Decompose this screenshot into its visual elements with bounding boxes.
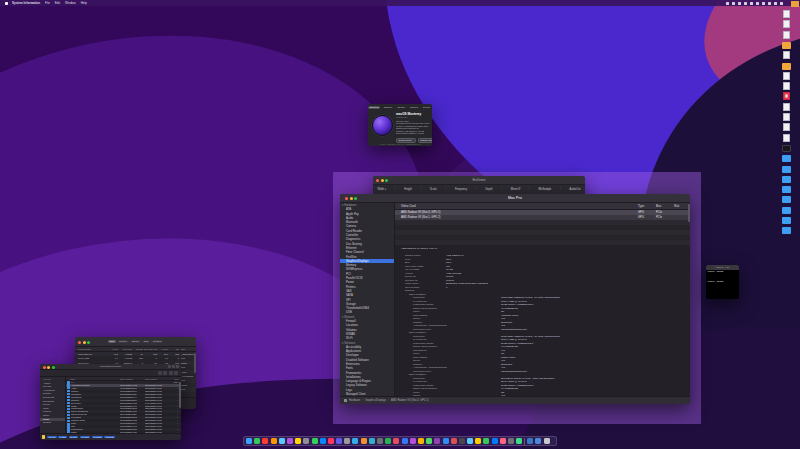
activity-column-7[interactable]: User	[179, 348, 196, 350]
activity-column-5[interactable]: % GPU	[157, 348, 168, 350]
dock-app-icon[interactable]	[295, 438, 301, 444]
scrollbar[interactable]	[194, 353, 195, 373]
dock-app-icon[interactable]	[434, 438, 440, 444]
battery-icon[interactable]	[756, 2, 759, 5]
desktop-icon-folder-blue[interactable]	[781, 206, 791, 215]
siri-icon[interactable]	[774, 2, 777, 5]
files-titlebar[interactable]: /Users/admin/Library	[40, 364, 181, 370]
dock-app-icon[interactable]	[320, 438, 326, 444]
desktop-icon-doc[interactable]	[781, 123, 791, 132]
fkey-button-f8[interactable]: F8 Delete	[104, 436, 115, 439]
desktop-icon-folder-blue[interactable]	[781, 185, 791, 194]
action-button[interactable]	[174, 371, 178, 374]
dock-app-icon[interactable]	[287, 438, 293, 444]
activity-titlebar[interactable]: CPUMemoryEnergyDiskNetwork	[75, 337, 196, 347]
desktop-icon-folder-blue[interactable]	[781, 165, 791, 174]
dock-app-icon[interactable]	[492, 438, 498, 444]
spotlight-icon[interactable]	[762, 2, 765, 5]
dock-app-icon[interactable]	[508, 438, 514, 444]
desktop-icon-folder-blue[interactable]	[781, 226, 791, 235]
desktop-icon-display[interactable]	[781, 144, 791, 153]
files-column-date-modified[interactable]: Date Modified	[120, 377, 145, 380]
menubar-item-help[interactable]: Help	[81, 1, 87, 5]
dock-app-icon[interactable]	[426, 438, 432, 444]
bluetooth-icon[interactable]	[732, 2, 735, 5]
about-tab-service[interactable]: Service	[422, 106, 432, 109]
dock-app-icon[interactable]	[500, 438, 506, 444]
tool-icon[interactable]	[172, 365, 175, 368]
dock-app-icon[interactable]	[328, 438, 334, 444]
desktop-icon-doc-red[interactable]	[781, 92, 791, 101]
fkey-button-f5[interactable]: F5 Copy	[69, 436, 79, 439]
column-video-card[interactable]: Video Card	[395, 204, 638, 208]
dock-app-icon[interactable]	[279, 438, 285, 444]
files-column-date-created[interactable]: Date Created	[145, 377, 170, 380]
activity-segment-energy[interactable]: Energy	[130, 340, 141, 343]
desktop-icon-doc[interactable]	[781, 20, 791, 29]
column-type[interactable]: Type	[638, 204, 656, 208]
dock-app-icon[interactable]	[344, 438, 350, 444]
modes-toolbar-audioout[interactable]: AudioOut	[570, 188, 581, 191]
desktop-icon-doc[interactable]	[781, 113, 791, 122]
menubar-item-window[interactable]: Window	[65, 1, 76, 5]
desktop-icon-folder-blue[interactable]	[781, 175, 791, 184]
scrollbar[interactable]	[179, 382, 180, 408]
dock-app-icon[interactable]	[246, 438, 252, 444]
dock-app-icon[interactable]	[262, 438, 268, 444]
view-icon-button[interactable]	[158, 371, 162, 374]
desktop-icon-doc[interactable]	[781, 134, 791, 143]
breadcrumb-item[interactable]: Hardware	[349, 399, 360, 402]
dock-app-icon[interactable]	[361, 438, 367, 444]
menubar-item-edit[interactable]: Edit	[55, 1, 60, 5]
desktop-icon-folder-blue[interactable]	[781, 154, 791, 163]
mirroring-icon[interactable]	[726, 2, 729, 5]
dock-app-icon[interactable]	[377, 438, 383, 444]
activity-column-0[interactable]: Process Name	[75, 348, 107, 350]
fkey-button-f6[interactable]: F6 Move	[80, 436, 90, 439]
activity-segment-disk[interactable]: Disk	[142, 340, 150, 343]
dock-app-icon[interactable]	[483, 438, 489, 444]
dock-app-icon[interactable]	[459, 438, 465, 444]
dock-app-icon[interactable]	[402, 438, 408, 444]
dock-app-icon[interactable]	[467, 438, 473, 444]
video-card-row[interactable]: AMD Radeon VII (Slot-1, GPU 2)GPUPCIe	[395, 215, 690, 220]
files-column-size[interactable]: Size	[170, 377, 181, 380]
files-column-name[interactable]: Name	[66, 377, 120, 380]
modes-toolbar-scale[interactable]: Scale	[430, 188, 437, 191]
menubar-app-name[interactable]: System Information	[12, 1, 40, 5]
keyboard-icon[interactable]	[744, 2, 747, 5]
modes-toolbar-width[interactable]: Width ▾	[377, 188, 386, 191]
activity-segment-memory[interactable]: Memory	[117, 340, 129, 343]
apple-menu-icon[interactable]	[5, 2, 8, 5]
modes-toolbar-depth[interactable]: Depth	[485, 188, 492, 191]
about-tab-displays[interactable]: Displays	[382, 106, 393, 109]
control-center-icon[interactable]	[768, 2, 771, 5]
column-bus[interactable]: Bus	[656, 204, 674, 208]
sysinfo-titlebar[interactable]: Mac Pro	[340, 194, 690, 203]
view-list-button[interactable]	[163, 371, 167, 374]
dock-app-icon[interactable]	[451, 438, 457, 444]
dock-app-icon[interactable]	[271, 438, 277, 444]
desktop-icon-folder-blue[interactable]	[781, 195, 791, 204]
dock-app-icon[interactable]	[443, 438, 449, 444]
dock-app-icon[interactable]	[418, 438, 424, 444]
dock-app-icon[interactable]	[475, 438, 481, 444]
dock-app-icon[interactable]	[336, 438, 342, 444]
desktop-icon-doc[interactable]	[781, 82, 791, 91]
fkey-button-f7[interactable]: F7 Folder	[92, 436, 103, 439]
breadcrumb-root-icon[interactable]	[344, 399, 347, 402]
desktop-icon-doc[interactable]	[781, 103, 791, 112]
desktop-icon-folder-orange[interactable]	[781, 62, 791, 71]
breadcrumb-item[interactable]: Graphics/Displays	[365, 399, 386, 402]
dock-app-icon[interactable]	[369, 438, 375, 444]
activity-segment-cpu[interactable]: CPU	[108, 340, 117, 343]
volume-icon[interactable]	[750, 2, 753, 5]
dock-app-icon[interactable]	[254, 438, 260, 444]
desktop-icon-doc[interactable]	[781, 31, 791, 40]
fkey-button-f4[interactable]: F4 Edit	[58, 436, 67, 439]
modes-toolbar-mirrorof[interactable]: MirrorOf	[511, 188, 521, 191]
desktop-icon-doc[interactable]	[781, 51, 791, 60]
tool-icon[interactable]	[176, 365, 179, 368]
fkey-button-f3[interactable]: F3 View	[47, 436, 57, 439]
desktop-icon-doc[interactable]	[781, 10, 791, 19]
